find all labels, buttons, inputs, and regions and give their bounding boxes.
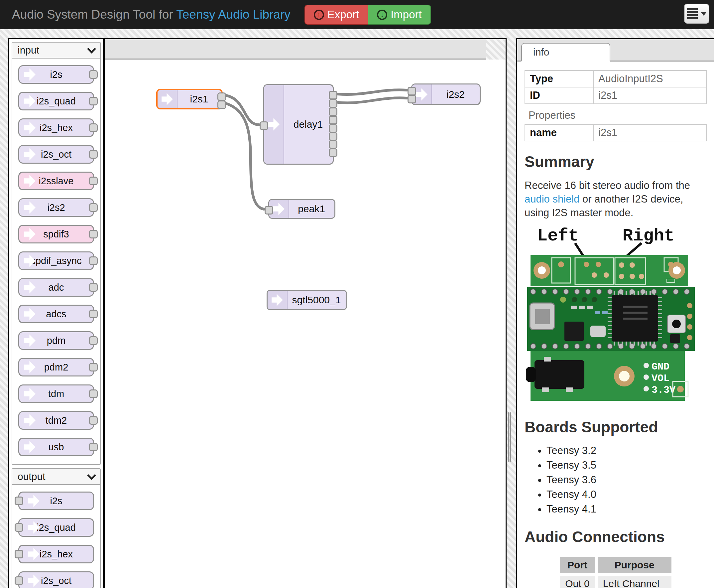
block-arrow-icon (28, 574, 40, 587)
palette-item-input-adcs[interactable]: adcs (18, 304, 94, 323)
input-port[interactable] (15, 497, 23, 505)
wire[interactable] (226, 96, 259, 125)
palette-item-label: i2s (50, 69, 62, 80)
palette-item-input-i2s_oct[interactable]: i2s_oct (18, 145, 94, 164)
output-port[interactable] (89, 123, 98, 132)
output-port[interactable] (89, 150, 98, 159)
node-label: i2s2 (447, 89, 465, 100)
palette-item-output-i2s_hex[interactable]: i2s_hex (18, 545, 94, 563)
output-port[interactable] (329, 148, 338, 157)
output-port[interactable] (329, 124, 338, 133)
info-tabbar: info (517, 39, 714, 62)
palette-category-output-header[interactable]: output (12, 469, 100, 485)
input-port[interactable] (408, 95, 416, 103)
output-port[interactable] (217, 92, 226, 101)
block-arrow-icon (24, 148, 36, 161)
block-arrow-icon (24, 414, 36, 427)
block-arrow-icon (24, 387, 36, 400)
node-delay1[interactable]: delay1 (263, 84, 334, 165)
output-port[interactable] (89, 230, 98, 238)
output-port[interactable] (89, 203, 98, 212)
palette-item-input-spdif3[interactable]: spdif3 (18, 225, 94, 244)
input-port[interactable] (260, 121, 268, 130)
output-port[interactable] (89, 443, 98, 451)
output-port[interactable] (89, 310, 98, 318)
palette-item-input-tdm[interactable]: tdm (18, 384, 94, 403)
field-value: i2s1 (593, 87, 706, 104)
palette-item-input-i2sslave[interactable]: i2sslave (18, 172, 94, 190)
palette-category-input-header[interactable]: input (12, 43, 100, 59)
palette-item-input-i2s2[interactable]: i2s2 (18, 198, 94, 217)
input-port[interactable] (408, 87, 416, 96)
input-port[interactable] (15, 576, 23, 585)
palette-item-input-pdm2[interactable]: pdm2 (18, 358, 94, 377)
block-arrow-icon (28, 547, 40, 561)
palette-item-label: i2s2 (47, 202, 65, 213)
output-port[interactable] (217, 101, 226, 109)
audio-shield-link[interactable]: audio shield (524, 193, 579, 205)
palette-item-label: pdm (47, 335, 65, 346)
palette-category-input-label: input (18, 45, 39, 56)
palette-item-output-i2s_quad[interactable]: i2s_quad (18, 518, 94, 537)
node-label: sgtl5000_1 (292, 294, 341, 306)
palette-category-output: output i2s i2s_quad i2s_hex i2s_oct i2ss… (12, 468, 101, 588)
hamburger-icon (687, 8, 698, 19)
palette-item-input-adc[interactable]: adc (18, 278, 94, 297)
output-port[interactable] (329, 132, 338, 141)
palette-item-label: i2s_quad (37, 522, 76, 533)
wire[interactable] (338, 98, 407, 103)
boards-list: Teensy 3.2 Teensy 3.5 Teensy 3.6 Teensy … (524, 443, 707, 517)
palette-item-input-usb[interactable]: usb (18, 438, 94, 456)
output-port[interactable] (89, 416, 98, 425)
teensy-library-link[interactable]: Teensy Audio Library (176, 8, 290, 21)
wire[interactable] (226, 103, 264, 209)
input-port[interactable] (15, 523, 23, 532)
palette-item-input-tdm2[interactable]: tdm2 (18, 411, 94, 430)
block-arrow-icon (28, 521, 40, 534)
output-port[interactable] (329, 116, 338, 124)
output-port[interactable] (89, 336, 98, 345)
palette-item-input-i2s_hex[interactable]: i2s_hex (18, 119, 94, 137)
flow-canvas[interactable]: i2s1 delay1 peak1 (104, 38, 506, 588)
block-arrow-icon (24, 228, 36, 241)
output-port[interactable] (329, 99, 338, 108)
export-button[interactable]: ↑ Export (304, 5, 368, 25)
import-button[interactable]: ↓ Import (368, 5, 431, 25)
panel-splitter[interactable] (508, 413, 511, 462)
palette-item-label: tdm2 (46, 415, 67, 426)
list-item: Teensy 3.2 (546, 443, 707, 458)
tab-info[interactable]: info (521, 43, 610, 62)
output-port[interactable] (89, 256, 98, 265)
output-port[interactable] (329, 91, 338, 100)
output-port[interactable] (89, 70, 98, 79)
palette-item-input-i2s_quad[interactable]: i2s_quad (18, 92, 94, 110)
node-peak1[interactable]: peak1 (268, 199, 336, 219)
output-port[interactable] (89, 283, 98, 292)
field-label: ID (525, 87, 593, 104)
output-port[interactable] (89, 97, 98, 105)
palette-category-input: input i2s i2s_quad i2s_hex i2s_oct i2ssl… (12, 42, 101, 465)
palette-item-input-i2s[interactable]: i2s (18, 65, 94, 84)
board-right-label: Right (623, 226, 674, 246)
output-port[interactable] (89, 176, 98, 185)
output-port[interactable] (89, 390, 98, 398)
block-arrow-icon (272, 293, 283, 307)
output-port[interactable] (329, 107, 338, 116)
table-cell: Out 0 (560, 576, 595, 588)
palette-item-output-i2s[interactable]: i2s (18, 491, 94, 510)
palette-item-input-spdif_async[interactable]: spdif_async (18, 251, 94, 270)
palette-item-input-pdm[interactable]: pdm (18, 331, 94, 350)
input-port[interactable] (265, 206, 273, 214)
node-i2s2[interactable]: i2s2 (411, 83, 481, 105)
menu-button[interactable] (684, 4, 709, 24)
output-port[interactable] (89, 363, 98, 372)
wire[interactable] (338, 90, 407, 94)
connections-table: Port Purpose Out 0 Left Channel Out 1 Ri… (557, 554, 674, 588)
palette-item-output-i2s_oct[interactable]: i2s_oct (18, 571, 94, 588)
node-sgtl5000_1[interactable]: sgtl5000_1 (266, 290, 347, 310)
input-port[interactable] (15, 550, 23, 559)
tab-info-label: info (533, 46, 549, 58)
output-port[interactable] (329, 140, 338, 149)
properties-table: name i2s1 (524, 124, 707, 141)
node-i2s1[interactable]: i2s1 (156, 89, 223, 109)
